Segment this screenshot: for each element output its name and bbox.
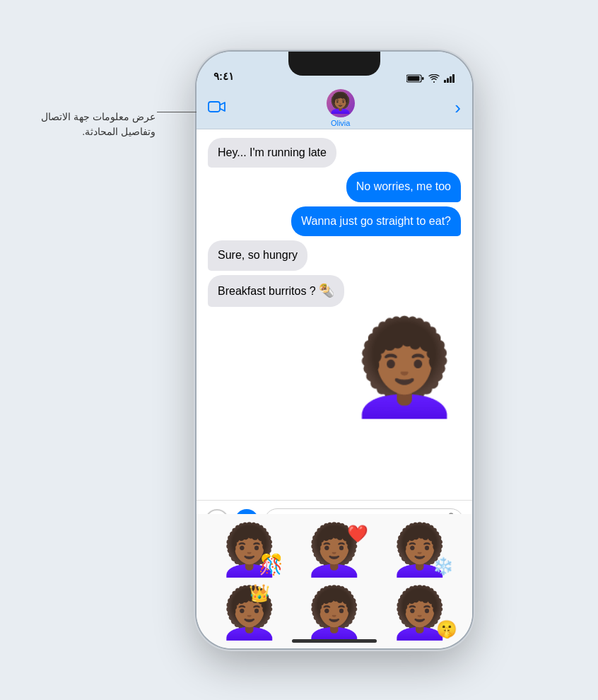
battery-icon [406,74,424,83]
status-icons [406,74,455,83]
svg-rect-7 [209,102,220,112]
svg-rect-1 [422,77,424,80]
sticker-item[interactable]: 👩🏾‍🦱 ❤️ [293,520,376,580]
message-bubble: Hey... I'm running late [208,138,336,168]
header-chevron-icon[interactable]: › [455,97,461,119]
contact-avatar: 👩🏾‍🦱 [327,89,355,117]
svg-rect-6 [452,74,455,83]
svg-rect-3 [444,80,446,83]
message-bubble: Wanna just go straight to eat? [291,206,461,236]
message-text: Wanna just go straight to eat? [301,215,451,227]
phone-notch [288,52,380,76]
sticker-item[interactable]: 👩🏾‍🦱 🎊 [208,520,291,580]
video-call-button[interactable] [208,99,226,117]
message-text: No worries, me too [356,180,451,192]
sticker-item[interactable]: 👩🏾‍🦱 👑 [208,583,291,643]
message-text: Breakfast burritos ? [218,285,319,297]
memoji-sticker: 👩🏾‍🦱 [348,311,461,424]
svg-rect-2 [408,76,420,81]
sticker-item[interactable]: 👩🏾‍🦱 ❄️ [378,520,461,580]
message-bubble: Breakfast burritos ? 🌯 [208,275,344,307]
message-bubble: No worries, me too [346,172,461,202]
message-row: Wanna just go straight to eat? [208,206,461,236]
burrito-emoji: 🌯 [319,284,334,298]
message-text: Sure, so hungry [218,249,298,261]
wifi-icon [428,74,440,83]
svg-rect-5 [450,76,452,83]
svg-rect-4 [447,78,449,83]
message-row: Hey... I'm running late [208,138,461,168]
message-header[interactable]: 👩🏾‍🦱 Olivia › [197,87,472,129]
message-row: No worries, me too [208,172,461,202]
message-text: Hey... I'm running late [218,146,327,158]
sticker-item[interactable]: 👩🏾‍🦱 🤫 [378,583,461,643]
status-time: ٩:٤١ [213,70,234,83]
contact-name: Olivia [331,119,351,127]
message-row: Breakfast burritos ? 🌯 [208,275,461,307]
message-bubble: Sure, so hungry [208,240,307,270]
memoji-sticker-row: 👩🏾‍🦱 [208,311,461,424]
signal-icon [444,74,455,83]
messages-area: Hey... I'm running late No worries, me t… [197,129,472,493]
sticker-item[interactable]: 👩🏾‍🦱 [293,583,376,643]
annotation-text: عرض معلومات جهة الاتصال وتفاصيل المحادثة… [21,110,156,139]
home-indicator [292,639,377,643]
sticker-area: 👩🏾‍🦱 🎊 👩🏾‍🦱 ❤️ 👩🏾‍🦱 ❄️ 👩🏾‍🦱 👑 👩🏾‍ [197,514,472,648]
message-row: Sure, so hungry [208,240,461,270]
phone-frame: ٩:٤١ [197,52,472,648]
contact-info[interactable]: 👩🏾‍🦱 Olivia [327,89,355,127]
